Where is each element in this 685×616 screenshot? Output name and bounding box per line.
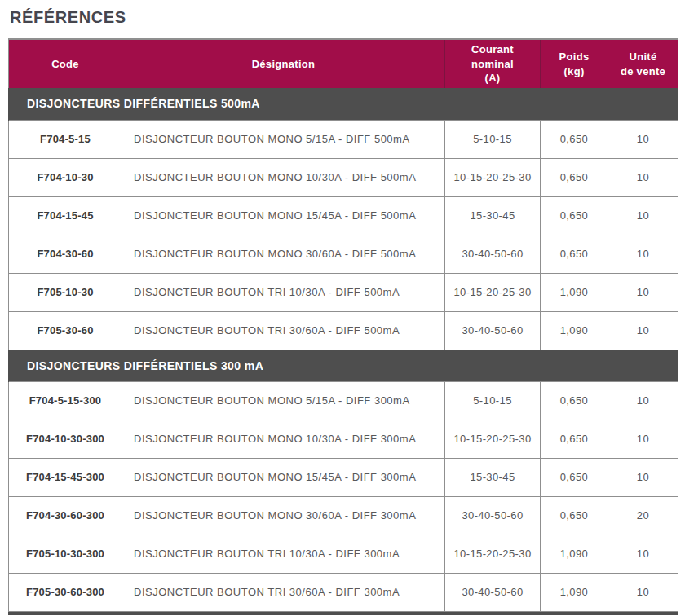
table-row: F704-15-45 DISJONCTEUR BOUTON MONO 15/45… (9, 196, 678, 235)
courant-cell: 30-40-50-60 (445, 311, 541, 350)
column-header-unite-de-vente: Unité de vente (608, 39, 678, 88)
unite-cell: 10 (608, 158, 678, 196)
designation-cell: DISJONCTEUR BOUTON TRI 30/60A - DIFF 500… (122, 311, 445, 350)
code-cell: F704-30-60-300 (9, 496, 122, 535)
unite-cell: 10 (608, 458, 678, 496)
unite-cell: 10 (608, 235, 678, 273)
table-row: F705-30-60 DISJONCTEUR BOUTON TRI 30/60A… (9, 311, 678, 350)
designation-cell: DISJONCTEUR BOUTON TRI 30/60A - DIFF 300… (122, 573, 445, 611)
poids-cell: 0,650 (541, 458, 608, 496)
designation-cell: DISJONCTEUR BOUTON MONO 30/60A - DIFF 50… (122, 235, 445, 273)
code-cell: F704-30-60 (9, 235, 122, 273)
table-row: F705-10-30 DISJONCTEUR BOUTON TRI 10/30A… (9, 273, 678, 311)
poids-cell: 1,090 (541, 535, 608, 573)
references-table-container: Code Désignation Courant nominal (A) Poi… (8, 38, 678, 615)
designation-cell: DISJONCTEUR BOUTON TRI 10/30A - DIFF 300… (122, 535, 445, 573)
designation-cell: DISJONCTEUR BOUTON TRI 10/30A - DIFF 500… (122, 273, 445, 311)
poids-cell: 0,650 (541, 158, 608, 196)
code-cell: F705-30-60 (9, 311, 122, 350)
column-header-courant-nominal: Courant nominal (A) (445, 39, 541, 88)
column-header-code: Code (9, 39, 122, 88)
designation-cell: DISJONCTEUR BOUTON MONO 5/15A - DIFF 300… (122, 381, 445, 420)
code-cell: F705-10-30-300 (9, 535, 122, 573)
table-row: F704-5-15-300 DISJONCTEUR BOUTON MONO 5/… (9, 381, 678, 420)
poids-cell: 0,650 (541, 381, 608, 420)
poids-cell: 0,650 (541, 420, 608, 458)
poids-cell: 1,090 (541, 273, 608, 311)
unite-cell: 10 (608, 535, 678, 573)
table-header-row: Code Désignation Courant nominal (A) Poi… (9, 39, 678, 88)
table-row: F704-15-45-300 DISJONCTEUR BOUTON MONO 1… (9, 458, 678, 496)
column-header-poids: Poids (kg) (541, 39, 608, 88)
table-row: F705-10-30-300 DISJONCTEUR BOUTON TRI 10… (9, 535, 678, 573)
section-title: DISJONCTEURS DIFFÉRENTIELS 500mA (9, 88, 678, 120)
table-row: F704-5-15 DISJONCTEUR BOUTON MONO 5/15A … (9, 120, 678, 158)
unite-cell: 10 (608, 273, 678, 311)
unite-cell: 10 (608, 196, 678, 235)
courant-cell: 5-10-15 (445, 381, 541, 420)
poids-cell: 1,090 (541, 573, 608, 611)
section-title: DISJONCTEURS DIFFÉRENTIELS 300 mA (9, 350, 678, 381)
designation-cell: DISJONCTEUR BOUTON MONO 10/30A - DIFF 30… (122, 420, 445, 458)
poids-cell: 0,650 (541, 235, 608, 273)
courant-cell: 30-40-50-60 (445, 235, 541, 273)
designation-cell: DISJONCTEUR BOUTON MONO 15/45A - DIFF 50… (122, 196, 445, 235)
code-cell: F704-10-30 (9, 158, 122, 196)
designation-cell: DISJONCTEUR BOUTON MONO 15/45A - DIFF 30… (122, 458, 445, 496)
code-cell: F704-15-45 (9, 196, 122, 235)
courant-cell: 15-30-45 (445, 458, 541, 496)
unite-cell: 10 (608, 120, 678, 158)
unite-cell: 10 (608, 573, 678, 611)
unite-cell: 20 (608, 496, 678, 535)
section-header-300ma: DISJONCTEURS DIFFÉRENTIELS 300 mA (9, 350, 678, 381)
page-title: RÉFÉRENCES (10, 8, 678, 27)
column-header-designation: Désignation (122, 39, 445, 88)
references-table: Code Désignation Courant nominal (A) Poi… (8, 38, 678, 612)
poids-cell: 0,650 (541, 496, 608, 535)
table-row: F704-10-30 DISJONCTEUR BOUTON MONO 10/30… (9, 158, 678, 196)
table-row: F704-10-30-300 DISJONCTEUR BOUTON MONO 1… (9, 420, 678, 458)
courant-cell: 10-15-20-25-30 (445, 535, 541, 573)
table-row: F704-30-60-300 DISJONCTEUR BOUTON MONO 3… (9, 496, 678, 535)
unite-cell: 10 (608, 420, 678, 458)
courant-cell: 10-15-20-25-30 (445, 273, 541, 311)
code-cell: F705-10-30 (9, 273, 122, 311)
courant-cell: 10-15-20-25-30 (445, 420, 541, 458)
courant-cell: 5-10-15 (445, 120, 541, 158)
poids-cell: 1,090 (541, 311, 608, 350)
courant-cell: 30-40-50-60 (445, 496, 541, 535)
courant-cell: 10-15-20-25-30 (445, 158, 541, 196)
designation-cell: DISJONCTEUR BOUTON MONO 5/15A - DIFF 500… (122, 120, 445, 158)
section-header-500ma: DISJONCTEURS DIFFÉRENTIELS 500mA (9, 88, 678, 120)
poids-cell: 0,650 (541, 196, 608, 235)
code-cell: F704-5-15 (9, 120, 122, 158)
unite-cell: 10 (608, 311, 678, 350)
code-cell: F704-10-30-300 (9, 420, 122, 458)
table-row: F704-30-60 DISJONCTEUR BOUTON MONO 30/60… (9, 235, 678, 273)
designation-cell: DISJONCTEUR BOUTON MONO 30/60A - DIFF 30… (122, 496, 445, 535)
courant-cell: 15-30-45 (445, 196, 541, 235)
code-cell: F704-5-15-300 (9, 381, 122, 420)
unite-cell: 10 (608, 381, 678, 420)
courant-cell: 30-40-50-60 (445, 573, 541, 611)
code-cell: F704-15-45-300 (9, 458, 122, 496)
table-header: Code Désignation Courant nominal (A) Poi… (9, 39, 678, 88)
table-row: F705-30-60-300 DISJONCTEUR BOUTON TRI 30… (9, 573, 678, 611)
poids-cell: 0,650 (541, 120, 608, 158)
code-cell: F705-30-60-300 (9, 573, 122, 611)
designation-cell: DISJONCTEUR BOUTON MONO 10/30A - DIFF 50… (122, 158, 445, 196)
